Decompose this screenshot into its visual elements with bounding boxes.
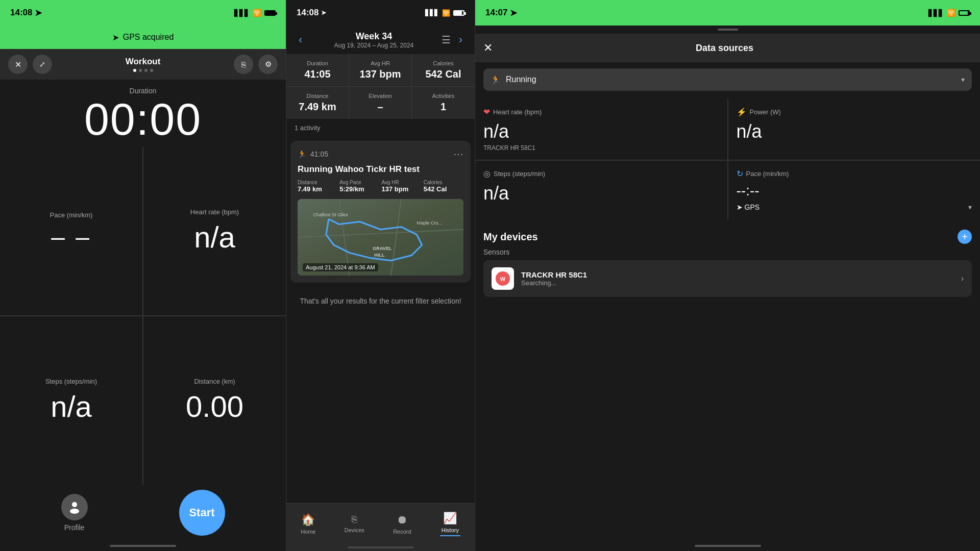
filter-button[interactable]: ☰ (442, 34, 451, 46)
act-hr-label: Avg HR (382, 180, 422, 185)
svg-text:W: W (500, 276, 506, 282)
act-calories: Calories 542 Cal (424, 180, 463, 193)
profile-button[interactable]: Profile (61, 494, 88, 532)
add-device-button[interactable]: + (958, 230, 972, 244)
home-indicator-1 (0, 541, 286, 551)
calories-value: 542 Cal (417, 68, 470, 80)
profile-label: Profile (64, 523, 85, 532)
home-bar-1 (110, 545, 176, 547)
act-calories-value: 542 Cal (424, 185, 463, 193)
home-icon: 🏠 (301, 513, 315, 527)
avg-hr-label: Avg HR (354, 60, 406, 66)
signal-icon: ▋▋▋ (234, 9, 250, 17)
steps-cell-label: ◎ Steps (steps/min) (483, 169, 719, 179)
summary-stats-row2: Distance 7.49 km Elevation – Activities … (286, 86, 475, 119)
device-name: TRACKR HR 58C1 (521, 270, 954, 279)
chevron-down-icon: ▾ (961, 76, 965, 84)
status-icons-1: ▋▋▋ 🛜 (234, 9, 276, 17)
nav-home[interactable]: 🏠 Home (295, 510, 322, 538)
dot-4 (150, 69, 153, 72)
avg-hr-stat: Avg HR 137 bpm (349, 54, 412, 86)
device-status: Searching... (521, 279, 954, 287)
pace-icon: ↻ (737, 169, 743, 179)
workout-header-right: ⎘ ⚙ (234, 55, 278, 74)
steps-value-3: n/a (483, 183, 719, 204)
nav-record[interactable]: ⏺ Record (387, 510, 417, 538)
device-card[interactable]: W TRACKR HR 58C1 Searching... › (483, 260, 972, 297)
act-distance-label: Distance (298, 180, 337, 185)
status-time-2: 14:08 ➤ (297, 8, 326, 18)
week-dates: Aug 19, 2024 – Aug 25, 2024 (334, 42, 413, 49)
home-bar-3 (695, 545, 761, 547)
running-selector[interactable]: 🏃 Running ▾ (483, 68, 972, 91)
device-chevron-icon: › (961, 274, 964, 283)
distance-stat-value: 7.49 km (291, 101, 344, 113)
power-value: n/a (737, 121, 972, 142)
activities-value: 1 (417, 101, 470, 113)
hr-metric-name: Heart rate (bpm) (493, 108, 542, 116)
home-indicator-3 (475, 541, 980, 551)
expand-button[interactable]: ⤢ (33, 55, 52, 74)
power-cell: ⚡ Power (W) n/a (728, 99, 981, 160)
nav-devices[interactable]: ⎘ Devices (338, 511, 371, 536)
activities-stat: Activities 1 (412, 87, 475, 119)
activity-metrics: Distance 7.49 km Avg Pace 5:29/km Avg HR… (298, 180, 463, 193)
svg-text:HILL: HILL (374, 253, 385, 258)
calories-label: Calories (417, 60, 470, 66)
duration-section: Duration 00:00 (0, 80, 286, 147)
activity-card[interactable]: 🏃 41:05 ⋯ Running Wahoo Tickr HR test Di… (290, 141, 471, 283)
active-indicator (440, 535, 460, 536)
svg-text:GRAVEL: GRAVEL (373, 246, 392, 251)
activity-title: Running Wahoo Tickr HR test (298, 164, 463, 174)
calories-stat: Calories 542 Cal (412, 54, 475, 86)
my-devices-header: My devices + (475, 221, 980, 248)
drag-handle (718, 29, 738, 31)
steps-label: Steps (steps/min) (45, 378, 97, 385)
distance-label: Distance (km) (194, 378, 235, 385)
activity-count: 1 activity (286, 119, 475, 137)
nav-home-label: Home (301, 529, 315, 535)
pace-value: – – (51, 223, 91, 251)
prev-week-button[interactable]: ‹ (295, 29, 306, 51)
hr-source: TRACKR HR 58C1 (483, 144, 719, 152)
location-icon-3: ➤ (510, 8, 517, 18)
svg-text:Maple Cro...: Maple Cro... (417, 220, 443, 226)
battery-icon-1 (264, 10, 276, 16)
history-icon: 📈 (443, 512, 457, 525)
home-bar-2 (348, 546, 414, 548)
act-pace: Avg Pace 5:29/km (339, 180, 379, 193)
battery-icon-2 (453, 10, 464, 16)
wifi-icon: 🛜 (253, 9, 261, 17)
act-hr-value: 137 bpm (382, 185, 422, 193)
close-data-sources-button[interactable]: ✕ (483, 41, 493, 55)
close-workout-button[interactable]: ✕ (8, 55, 28, 74)
next-week-button[interactable]: › (455, 29, 467, 51)
no-more-results: That's all your results for the current … (286, 287, 475, 315)
workout-header-left: ✕ ⤢ (8, 55, 52, 74)
signal-icon-3: ▋▋▋ (928, 9, 944, 17)
gps-bar: ➤ GPS acquired (0, 26, 286, 49)
status-time-3: 14:07 ➤ (485, 8, 517, 18)
more-options-button[interactable]: ⋯ (453, 148, 463, 160)
wahoo-logo: W (492, 267, 514, 290)
my-devices-title: My devices (483, 231, 538, 243)
drag-handle-area (475, 26, 980, 34)
nav-history[interactable]: 📈 History (434, 509, 467, 539)
panel-data-sources: 14:07 ➤ ▋▋▋ 🛜 ✕ Data sources 🏃 Running ▾… (475, 0, 980, 551)
run-icon: 🏃 (298, 150, 306, 158)
run-type-icon: 🏃 (491, 75, 501, 85)
activity-top: 🏃 41:05 ⋯ (298, 148, 463, 160)
act-hr: Avg HR 137 bpm (382, 180, 422, 193)
start-button[interactable]: Start (179, 490, 225, 536)
activities-label: Activities (417, 93, 470, 99)
duration-stat-label: Duration (291, 60, 344, 66)
nav-devices-label: Devices (345, 527, 364, 533)
hr-cell-label: ❤ Heart rate (bpm) (483, 107, 719, 117)
steps-icon: ◎ (483, 169, 491, 179)
bluetooth-button[interactable]: ⎘ (234, 55, 253, 74)
week-title: Week 34 (356, 31, 393, 42)
nav-history-label: History (442, 527, 459, 533)
battery-icon-3 (959, 10, 970, 16)
avg-hr-value: 137 bpm (354, 68, 406, 80)
settings-button[interactable]: ⚙ (258, 55, 278, 74)
